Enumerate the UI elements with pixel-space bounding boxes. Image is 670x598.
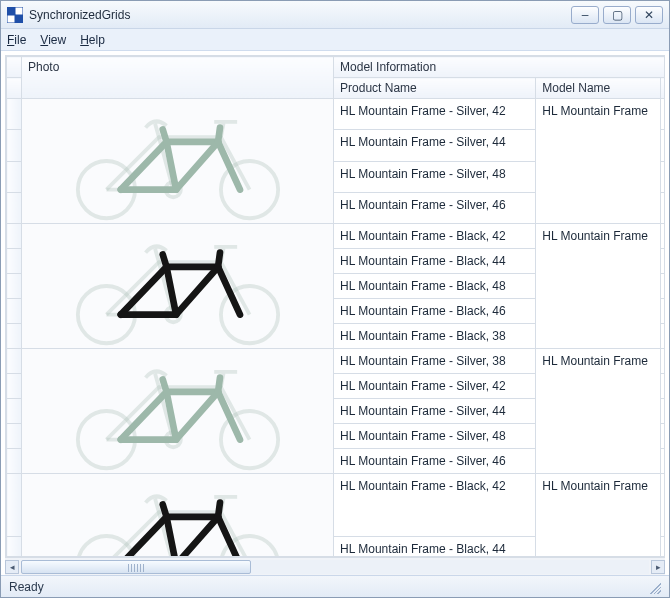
header-model-info-group[interactable]: Model Information — [334, 57, 665, 78]
description-cell[interactable] — [661, 130, 665, 161]
product-name-cell[interactable]: HL Mountain Frame - Black, 38 — [334, 324, 536, 349]
model-name-cell[interactable]: HL Mountain Frame — [536, 474, 661, 558]
maximize-button[interactable]: ▢ — [603, 6, 631, 24]
table-row[interactable]: HL Mountain Frame - Black, 42HL Mountain… — [7, 224, 666, 249]
row-header[interactable] — [7, 274, 22, 299]
product-name-cell[interactable]: HL Mountain Frame - Black, 46 — [334, 299, 536, 324]
row-header[interactable] — [7, 349, 22, 374]
photo-cell — [21, 349, 333, 474]
scroll-track[interactable] — [21, 560, 649, 574]
svg-rect-3 — [15, 15, 23, 23]
row-header[interactable] — [7, 474, 22, 537]
model-name-cell[interactable]: HL Mountain Frame — [536, 224, 661, 349]
row-header[interactable] — [7, 224, 22, 249]
header-product-name[interactable]: Product Name — [334, 78, 536, 99]
product-name-cell[interactable]: HL Mountain Frame - Black, 44 — [334, 249, 536, 274]
description-cell[interactable] — [661, 324, 665, 349]
description-cell[interactable] — [661, 536, 665, 557]
bike-image — [53, 224, 303, 348]
product-name-cell[interactable]: HL Mountain Frame - Silver, 48 — [334, 161, 536, 192]
description-cell[interactable] — [661, 349, 665, 374]
scroll-thumb[interactable] — [21, 560, 251, 574]
product-name-cell[interactable]: HL Mountain Frame - Silver, 42 — [334, 374, 536, 399]
menu-view[interactable]: View — [40, 33, 66, 47]
product-name-cell[interactable]: HL Mountain Frame - Black, 42 — [334, 224, 536, 249]
description-cell[interactable] — [661, 424, 665, 449]
product-name-cell[interactable]: HL Mountain Frame - Silver, 44 — [334, 399, 536, 424]
product-name-cell[interactable]: HL Mountain Frame - Black, 42 — [334, 474, 536, 537]
model-name-cell[interactable]: HL Mountain Frame — [536, 349, 661, 474]
row-header[interactable] — [7, 299, 22, 324]
content-area: Photo Model Information Product Name Mod… — [1, 51, 669, 575]
menu-file[interactable]: File — [7, 33, 26, 47]
close-button[interactable]: ✕ — [635, 6, 663, 24]
product-name-cell[interactable]: HL Mountain Frame - Black, 44 — [334, 536, 536, 557]
row-header[interactable] — [7, 192, 22, 223]
row-header-header[interactable] — [7, 78, 22, 99]
model-name-cell[interactable]: HL Mountain Frame — [536, 99, 661, 224]
bike-image — [53, 99, 303, 223]
resize-grip-icon[interactable] — [647, 580, 661, 594]
row-header[interactable] — [7, 374, 22, 399]
menubar: File View Help — [1, 29, 669, 51]
description-cell[interactable] — [661, 224, 665, 249]
app-icon — [7, 7, 23, 23]
description-cell[interactable] — [661, 161, 665, 192]
product-name-cell[interactable]: HL Mountain Frame - Black, 48 — [334, 274, 536, 299]
row-header[interactable] — [7, 130, 22, 161]
row-header[interactable] — [7, 324, 22, 349]
row-header[interactable] — [7, 536, 22, 557]
row-header[interactable] — [7, 399, 22, 424]
description-cell[interactable] — [661, 274, 665, 299]
description-cell[interactable] — [661, 449, 665, 474]
description-cell[interactable] — [661, 299, 665, 324]
minimize-button[interactable]: – — [571, 6, 599, 24]
menu-help[interactable]: Help — [80, 33, 105, 47]
product-name-cell[interactable]: HL Mountain Frame - Silver, 38 — [334, 349, 536, 374]
row-header[interactable] — [7, 161, 22, 192]
window-title: SynchronizedGrids — [29, 8, 571, 22]
scroll-left-button[interactable]: ◂ — [5, 560, 19, 574]
description-cell[interactable] — [661, 249, 665, 274]
header-photo[interactable]: Photo — [21, 57, 333, 99]
svg-rect-0 — [7, 7, 15, 15]
description-cell[interactable] — [661, 399, 665, 424]
description-cell[interactable] — [661, 99, 665, 130]
data-grid: Photo Model Information Product Name Mod… — [6, 56, 665, 557]
corner-header[interactable] — [7, 57, 22, 78]
photo-cell — [21, 99, 333, 224]
row-header[interactable] — [7, 449, 22, 474]
table-row[interactable]: HL Mountain Frame - Black, 42HL Mountain… — [7, 474, 666, 537]
row-header[interactable] — [7, 249, 22, 274]
app-window: SynchronizedGrids – ▢ ✕ File View Help P… — [0, 0, 670, 598]
horizontal-scrollbar[interactable]: ◂ ▸ — [5, 557, 665, 575]
header-model-name[interactable]: Model Name — [536, 78, 661, 99]
row-header[interactable] — [7, 99, 22, 130]
statusbar: Ready — [1, 575, 669, 597]
product-name-cell[interactable]: HL Mountain Frame - Silver, 42 — [334, 99, 536, 130]
titlebar[interactable]: SynchronizedGrids – ▢ ✕ — [1, 1, 669, 29]
table-row[interactable]: HL Mountain Frame - Silver, 42HL Mountai… — [7, 99, 666, 130]
status-text: Ready — [9, 580, 44, 594]
product-name-cell[interactable]: HL Mountain Frame - Silver, 44 — [334, 130, 536, 161]
svg-rect-2 — [7, 15, 15, 23]
product-name-cell[interactable]: HL Mountain Frame - Silver, 46 — [334, 192, 536, 223]
description-cell[interactable] — [661, 374, 665, 399]
row-header[interactable] — [7, 424, 22, 449]
svg-rect-1 — [15, 7, 23, 15]
table-row[interactable]: HL Mountain Frame - Silver, 38HL Mountai… — [7, 349, 666, 374]
grid-viewport[interactable]: Photo Model Information Product Name Mod… — [5, 55, 665, 557]
description-cell[interactable] — [661, 192, 665, 223]
bike-image — [53, 349, 303, 473]
product-name-cell[interactable]: HL Mountain Frame - Silver, 48 — [334, 424, 536, 449]
description-cell[interactable] — [661, 474, 665, 537]
product-name-cell[interactable]: HL Mountain Frame - Silver, 46 — [334, 449, 536, 474]
photo-cell — [21, 474, 333, 558]
bike-image — [53, 474, 303, 557]
header-description[interactable]: Description — [661, 78, 665, 99]
scroll-right-button[interactable]: ▸ — [651, 560, 665, 574]
photo-cell — [21, 224, 333, 349]
